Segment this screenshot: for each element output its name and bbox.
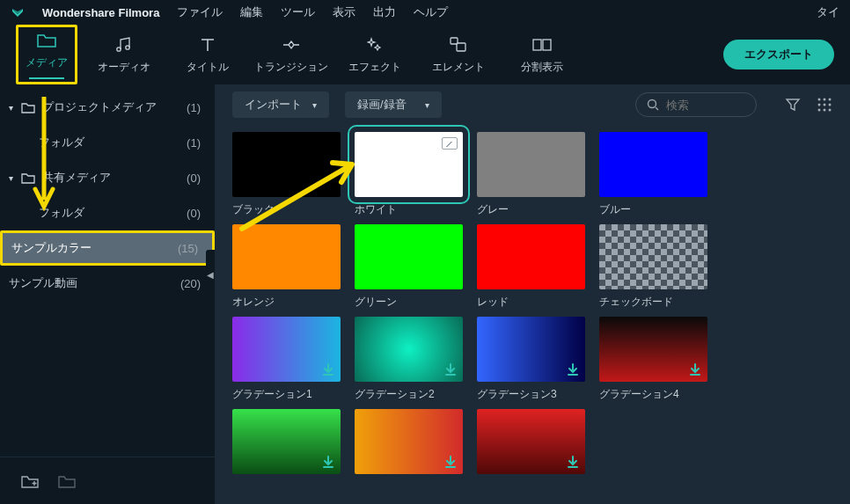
grid-view-icon[interactable]: [817, 97, 832, 113]
svg-point-11: [824, 104, 826, 106]
folder-icon: [37, 31, 56, 50]
color-thumb[interactable]: [232, 409, 341, 474]
svg-point-6: [648, 100, 656, 108]
color-thumb[interactable]: [355, 132, 463, 197]
color-thumb[interactable]: [477, 317, 585, 382]
folder-icon[interactable]: [58, 473, 76, 489]
tab-title[interactable]: タイトル: [170, 28, 245, 81]
topbar-icons: [785, 97, 832, 113]
menu-file[interactable]: ファイル: [177, 4, 223, 20]
color-card[interactable]: ブラック: [232, 132, 341, 217]
color-card[interactable]: グリーン: [355, 224, 463, 310]
tree-item-label: サンプル動画: [9, 275, 180, 291]
color-card[interactable]: [477, 409, 585, 479]
color-card[interactable]: グラデーション3: [477, 317, 585, 402]
app-title: Wondershare Filmora: [42, 6, 159, 19]
search-input[interactable]: [666, 99, 745, 112]
color-thumb[interactable]: [477, 409, 585, 474]
menu-view[interactable]: 表示: [333, 4, 355, 20]
tab-element[interactable]: エレメント: [421, 28, 495, 81]
record-dropdown[interactable]: 録画/録音 ▾: [345, 91, 442, 118]
svg-rect-5: [543, 40, 551, 50]
tab-audio[interactable]: オーディオ: [86, 28, 161, 81]
collapse-sidebar-button[interactable]: ◀: [206, 250, 215, 299]
export-button[interactable]: エクスポート: [723, 40, 834, 69]
titlebar: Wondershare Filmora ファイル 編集 ツール 表示 出力 ヘル…: [0, 0, 850, 25]
color-thumb[interactable]: [355, 409, 463, 474]
tree-item[interactable]: フォルダ(0): [0, 195, 215, 230]
main-topbar: インポート ▾ 録画/録音 ▾: [215, 84, 850, 125]
color-thumb[interactable]: [599, 224, 707, 289]
download-icon: [688, 362, 702, 376]
color-thumb[interactable]: [599, 317, 707, 382]
download-icon: [566, 362, 580, 376]
menu-help[interactable]: ヘルプ: [414, 4, 448, 20]
card-label: グレー: [477, 202, 585, 217]
card-label: グラデーション2: [355, 387, 463, 402]
color-card[interactable]: グラデーション2: [355, 317, 463, 402]
color-thumb[interactable]: [477, 132, 585, 197]
menu-output[interactable]: 出力: [373, 4, 396, 20]
color-card[interactable]: ブルー: [599, 132, 707, 217]
tab-media[interactable]: メディア: [16, 25, 77, 84]
card-label: オレンジ: [232, 295, 341, 310]
tab-split[interactable]: 分割表示: [504, 28, 579, 81]
filter-icon[interactable]: [785, 97, 801, 113]
menu-edit[interactable]: 編集: [240, 4, 263, 20]
svg-point-12: [829, 104, 832, 106]
svg-point-13: [818, 109, 821, 112]
color-card[interactable]: レッド: [477, 224, 585, 310]
media-tree: プロジェクトメディア(1)フォルダ(1)共有メディア(0)フォルダ(0)サンプル…: [0, 90, 215, 457]
new-folder-icon[interactable]: [21, 473, 39, 489]
tab-effect[interactable]: エフェクト: [337, 28, 412, 81]
card-label: ブラック: [232, 202, 341, 217]
download-icon: [566, 455, 580, 469]
color-card[interactable]: グラデーション4: [599, 317, 707, 402]
color-card[interactable]: チェックボード: [599, 224, 707, 310]
color-card[interactable]: [355, 409, 463, 479]
svg-rect-3: [457, 43, 465, 51]
color-thumb[interactable]: [477, 224, 585, 289]
svg-point-8: [824, 99, 826, 101]
tree-item[interactable]: サンプル動画(20): [0, 266, 215, 301]
color-thumb[interactable]: [232, 224, 341, 289]
search-box[interactable]: [635, 92, 757, 117]
svg-point-7: [818, 99, 821, 101]
tree-item-count: (1): [187, 101, 201, 114]
tool-tabs: メディア オーディオ タイトル トランジション エフェクト エレメント 分割表示…: [0, 25, 850, 84]
tree-item-count: (15): [178, 242, 198, 255]
svg-point-14: [824, 109, 826, 112]
tree-item-label: フォルダ: [39, 205, 187, 221]
card-label: ブルー: [599, 202, 707, 217]
transition-icon: [282, 35, 300, 55]
color-thumb[interactable]: [599, 132, 707, 197]
color-thumb[interactable]: [232, 317, 341, 382]
import-dropdown[interactable]: インポート ▾: [232, 91, 329, 118]
element-icon: [450, 35, 467, 55]
color-card[interactable]: ホワイト: [355, 132, 463, 217]
menu-tools[interactable]: ツール: [281, 4, 315, 20]
folder-icon: [21, 172, 35, 184]
card-label: グラデーション1: [232, 387, 341, 402]
tree-item[interactable]: 共有メディア(0): [0, 160, 215, 195]
color-card[interactable]: [232, 409, 341, 479]
tree-item-count: (20): [180, 277, 201, 290]
tree-item[interactable]: プロジェクトメディア(1): [0, 90, 215, 125]
tab-transition[interactable]: トランジション: [253, 28, 328, 81]
tree-item[interactable]: フォルダ(1): [0, 125, 215, 160]
color-thumb[interactable]: [232, 132, 341, 197]
tree-item[interactable]: サンプルカラー(15): [0, 230, 215, 266]
search-icon: [647, 99, 659, 111]
card-label: レッド: [477, 295, 585, 310]
color-card[interactable]: グラデーション1: [232, 317, 341, 402]
chevron-down-icon: ▾: [312, 100, 317, 110]
color-thumb[interactable]: [355, 317, 463, 382]
card-label: グリーン: [355, 295, 463, 310]
color-thumb[interactable]: [355, 224, 463, 289]
color-card[interactable]: オレンジ: [232, 224, 341, 310]
media-grid: ブラックホワイトグレーブルーオレンジグリーンレッドチェックボードグラデーション1…: [215, 125, 850, 504]
tree-item-count: (1): [187, 136, 201, 150]
main-panel: ◀ インポート ▾ 録画/録音 ▾ ブラックホワイトグレーブルーオレンジグリーン…: [215, 84, 850, 504]
color-card[interactable]: グレー: [477, 132, 585, 217]
svg-point-15: [829, 109, 832, 112]
